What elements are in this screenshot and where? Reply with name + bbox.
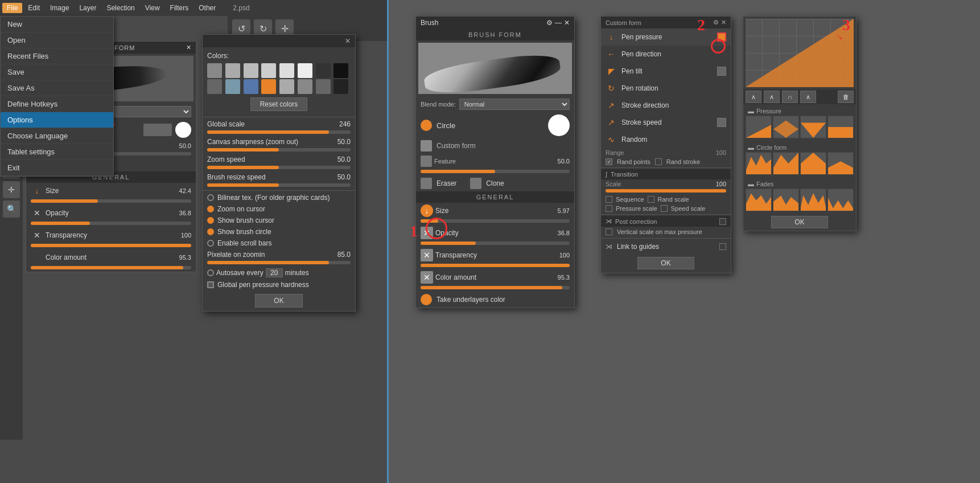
show-cursor-radio[interactable] bbox=[207, 217, 214, 224]
swatch-13[interactable] bbox=[279, 79, 294, 94]
pixelate-slider[interactable] bbox=[203, 260, 355, 267]
swatch-1[interactable] bbox=[207, 63, 222, 78]
layer-menu[interactable]: Layer bbox=[75, 3, 101, 13]
cf-close-icon[interactable]: ✕ bbox=[721, 19, 726, 26]
pressure-thumb-2[interactable] bbox=[773, 116, 799, 138]
swatch-11[interactable] bbox=[244, 79, 258, 94]
post-correction-checkbox[interactable] bbox=[719, 218, 726, 225]
menu-options[interactable]: Options bbox=[1, 112, 113, 128]
swatch-15[interactable] bbox=[316, 79, 331, 94]
swatch-3[interactable] bbox=[244, 63, 258, 78]
fades-thumb-2[interactable] bbox=[773, 189, 799, 211]
right-ok-button[interactable]: OK bbox=[771, 216, 827, 228]
menu-tablet[interactable]: Tablet settings bbox=[1, 144, 113, 160]
menu-open[interactable]: Open bbox=[1, 32, 113, 48]
swatch-16[interactable] bbox=[333, 79, 348, 94]
pressure-scale-checkbox[interactable] bbox=[606, 205, 612, 212]
stroke-speed-row[interactable]: ↗ Stroke speed bbox=[601, 114, 731, 131]
menu-new[interactable]: New bbox=[1, 17, 113, 32]
pen-tilt-row[interactable]: ◤ Pen tilt bbox=[601, 63, 731, 80]
feature-center-slider[interactable] bbox=[421, 170, 570, 173]
filters-menu[interactable]: Filters bbox=[166, 3, 193, 13]
pressure-thumb-1[interactable] bbox=[746, 116, 772, 138]
opacity-slider[interactable] bbox=[31, 222, 191, 225]
tool-move[interactable]: ✛ bbox=[3, 181, 20, 198]
brush-close-icon[interactable]: ✕ bbox=[564, 19, 570, 27]
curve-tool-2[interactable]: ∧ bbox=[764, 91, 780, 103]
curve-tool-3[interactable]: ∩ bbox=[782, 91, 798, 103]
swatch-7[interactable] bbox=[316, 63, 331, 78]
canvas-sharpness-slider[interactable] bbox=[203, 148, 355, 154]
fades-thumb-4[interactable] bbox=[827, 189, 854, 211]
size-slider[interactable] bbox=[31, 199, 191, 203]
zoom-cursor-radio[interactable] bbox=[207, 206, 214, 212]
menu-exit[interactable]: Exit bbox=[1, 160, 113, 176]
pressure-thumb-3[interactable] bbox=[800, 116, 826, 138]
rand-points-checkbox[interactable]: ✓ bbox=[606, 158, 612, 165]
swatch-4[interactable] bbox=[261, 63, 276, 78]
bilinear-radio[interactable] bbox=[207, 194, 214, 201]
swatch-10[interactable] bbox=[225, 79, 240, 94]
panel-close-icon[interactable]: ✕ bbox=[186, 44, 191, 51]
size-center-slider[interactable] bbox=[421, 219, 570, 223]
transition-scale-slider[interactable] bbox=[606, 189, 726, 193]
pen-pressure-toggle[interactable] bbox=[717, 32, 726, 42]
dialog-close-icon[interactable]: ✕ bbox=[345, 37, 351, 45]
rand-stroke-checkbox[interactable] bbox=[655, 158, 662, 165]
show-circle-radio[interactable] bbox=[207, 228, 214, 235]
opacity-center-slider[interactable] bbox=[421, 242, 570, 245]
menu-hotkeys[interactable]: Define Hotkeys bbox=[1, 96, 113, 112]
scroll-bars-radio[interactable] bbox=[207, 240, 214, 247]
swatch-6[interactable] bbox=[298, 63, 312, 78]
cf-ok-button[interactable]: OK bbox=[637, 257, 694, 269]
brush-resize-slider[interactable] bbox=[203, 183, 355, 189]
blend-select-center[interactable]: Normal bbox=[459, 99, 570, 110]
edit-menu[interactable]: Edit bbox=[23, 3, 44, 13]
circle-form-thumb-2[interactable] bbox=[773, 152, 799, 175]
swatch-8[interactable] bbox=[333, 63, 348, 78]
stroke-speed-toggle[interactable] bbox=[717, 118, 726, 127]
fades-thumb-1[interactable] bbox=[746, 189, 772, 211]
options-ok-button[interactable]: OK bbox=[255, 294, 302, 308]
fades-thumb-3[interactable] bbox=[800, 189, 826, 211]
curve-tool-1[interactable]: ∧ bbox=[746, 91, 761, 103]
brush-minimize-icon[interactable]: — bbox=[555, 19, 562, 27]
swatch-9[interactable] bbox=[207, 79, 222, 94]
transparency-center-slider[interactable] bbox=[421, 264, 570, 267]
other-menu[interactable]: Other bbox=[194, 3, 220, 13]
reset-colors-button[interactable]: Reset colors bbox=[250, 97, 308, 111]
swatch-14[interactable] bbox=[298, 79, 312, 94]
view-menu[interactable]: View bbox=[141, 3, 164, 13]
rand-scale-checkbox[interactable] bbox=[648, 196, 654, 203]
autosave-radio[interactable] bbox=[207, 269, 214, 276]
circle-form-thumb-3[interactable] bbox=[800, 152, 826, 175]
speed-scale-checkbox[interactable] bbox=[661, 205, 668, 212]
swatch-12[interactable] bbox=[261, 79, 276, 94]
selection-menu[interactable]: Selection bbox=[102, 3, 139, 13]
random-row[interactable]: ∿ Random bbox=[601, 131, 731, 148]
pen-tilt-toggle[interactable] bbox=[717, 67, 726, 76]
cf-settings-icon[interactable]: ⚙ bbox=[713, 19, 719, 26]
circle-form-thumb-1[interactable] bbox=[746, 152, 772, 175]
curve-tool-4[interactable]: ∧ bbox=[800, 91, 816, 103]
circle-form-thumb-4[interactable] bbox=[827, 152, 854, 175]
link-guides-checkbox[interactable] bbox=[719, 243, 726, 250]
menu-language[interactable]: Choose Language bbox=[1, 128, 113, 144]
image-menu[interactable]: Image bbox=[46, 3, 73, 13]
swatch-2[interactable] bbox=[225, 63, 240, 78]
menu-save[interactable]: Save bbox=[1, 64, 113, 80]
zoom-speed-slider[interactable] bbox=[203, 165, 355, 171]
pen-pressure-checkbox[interactable] bbox=[207, 281, 214, 288]
color-amount-center-slider[interactable] bbox=[421, 286, 570, 289]
menu-recent[interactable]: Recent Files bbox=[1, 48, 113, 64]
pen-direction-row[interactable]: ← Pen direction bbox=[601, 46, 731, 63]
menu-saveas[interactable]: Save As bbox=[1, 80, 113, 96]
stroke-direction-row[interactable]: ↗ Stroke direction bbox=[601, 97, 731, 114]
pen-pressure-row[interactable]: ↓ Pen pressure bbox=[601, 28, 731, 46]
pen-rotation-row[interactable]: ↻ Pen rotation bbox=[601, 80, 731, 97]
sequence-checkbox[interactable] bbox=[606, 196, 612, 203]
swatch-5[interactable] bbox=[279, 63, 294, 78]
pressure-thumb-4[interactable] bbox=[827, 116, 854, 138]
vertical-scale-checkbox[interactable] bbox=[606, 228, 612, 235]
color-amount-slider[interactable] bbox=[31, 266, 191, 269]
